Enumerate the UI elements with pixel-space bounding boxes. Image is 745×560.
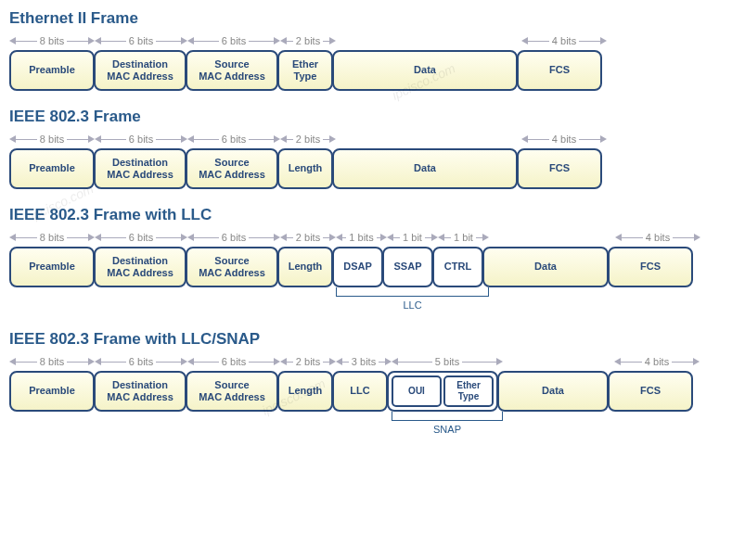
size-label: 6 bits [95, 356, 187, 367]
frame-field: Data [332, 148, 518, 189]
frame-section: IEEE 802.3 Frame8 bits6 bits6 bits2 bits… [9, 108, 736, 189]
frame-field: DestinationMAC Address [94, 371, 186, 412]
size-label: 3 bits [336, 356, 392, 367]
frame-field: Length [277, 247, 333, 287]
field-row: PreambleDestinationMAC AddressSourceMAC … [9, 148, 736, 189]
frame-field: SourceMAC Address [186, 247, 278, 287]
frame-title: IEEE 802.3 Frame [9, 108, 736, 126]
frame-field: SourceMAC Address [186, 371, 278, 412]
size-label: 6 bits [187, 356, 280, 367]
bracket-label: LLC [336, 299, 489, 311]
frame-field: OUIEther Type [387, 371, 498, 412]
frame-field: DSAP [332, 247, 383, 287]
size-label: 8 bits [9, 232, 95, 243]
bracket [392, 412, 503, 421]
frame-field: FCS [608, 247, 693, 287]
frame-field: SourceMAC Address [186, 50, 278, 91]
frame-field: CTRL [432, 247, 483, 287]
frame-field: FCS [608, 371, 693, 412]
bracket-label: SNAP [392, 424, 503, 435]
size-label: 2 bits [280, 356, 336, 367]
frame-field: Preamble [9, 371, 95, 412]
size-label: 4 bits [521, 35, 607, 46]
size-label: 6 bits [187, 35, 280, 46]
frame-field: FCS [517, 148, 602, 189]
frame-title: IEEE 802.3 Frame with LLC [9, 206, 736, 224]
size-row: 8 bits6 bits6 bits2 bits1 bits1 bit1 bit… [9, 230, 736, 245]
size-label: 1 bit [438, 232, 489, 243]
size-label: 1 bits [336, 232, 387, 243]
frame-section: IEEE 802.3 Frame with LLC8 bits6 bits6 b… [9, 206, 736, 313]
size-row: 8 bits6 bits6 bits2 bits4 bits [9, 132, 736, 146]
size-label: 2 bits [280, 134, 336, 145]
frame-field: FCS [517, 50, 602, 91]
frame-field: DestinationMAC Address [94, 50, 186, 91]
size-label: 6 bits [187, 134, 280, 145]
size-label: 8 bits [9, 356, 95, 367]
size-label: 5 bits [392, 356, 503, 367]
frame-field: Data [332, 50, 518, 91]
frame-field: Preamble [9, 148, 95, 189]
field-row: PreambleDestinationMAC AddressSourceMAC … [9, 371, 736, 412]
size-label: 8 bits [9, 35, 95, 46]
size-label: 2 bits [280, 232, 336, 243]
frame-field: Data [497, 371, 609, 412]
size-label: 1 bit [387, 232, 438, 243]
size-label: 4 bits [614, 356, 700, 367]
frame-section: Ethernet II Frame8 bits6 bits6 bits2 bit… [9, 9, 736, 91]
frame-title: IEEE 802.3 Frame with LLC/SNAP [9, 330, 736, 349]
frame-field: Length [277, 148, 333, 189]
size-row: 8 bits6 bits6 bits2 bits4 bits [9, 33, 736, 48]
frame-field: SSAP [382, 247, 433, 287]
frame-section: IEEE 802.3 Frame with LLC/SNAP8 bits6 bi… [9, 330, 736, 438]
size-label: 6 bits [95, 134, 187, 145]
frame-field: Preamble [9, 247, 95, 287]
nested-field: Ether Type [443, 375, 494, 407]
size-label: 2 bits [280, 35, 336, 46]
bracket [336, 287, 489, 297]
frame-field: Data [482, 247, 609, 287]
size-row: 8 bits6 bits6 bits2 bits3 bits5 bits4 bi… [9, 354, 736, 369]
frame-field: LLC [332, 371, 388, 412]
frame-field: DestinationMAC Address [94, 247, 186, 287]
nested-field: OUI [392, 375, 442, 407]
field-row: PreambleDestinationMAC AddressSourceMAC … [9, 50, 736, 91]
size-label: 4 bits [521, 134, 607, 145]
size-label: 8 bits [9, 134, 95, 145]
frame-field: DestinationMAC Address [94, 148, 186, 189]
size-label: 4 bits [615, 232, 700, 243]
frame-field: Length [277, 371, 333, 412]
frame-field: SourceMAC Address [186, 148, 278, 189]
frame-field: EtherType [277, 50, 333, 91]
field-row: PreambleDestinationMAC AddressSourceMAC … [9, 247, 736, 287]
size-label: 6 bits [95, 232, 187, 243]
size-label: 6 bits [95, 35, 187, 46]
frame-title: Ethernet II Frame [9, 9, 736, 28]
frame-field: Preamble [9, 50, 95, 91]
size-label: 6 bits [187, 232, 280, 243]
